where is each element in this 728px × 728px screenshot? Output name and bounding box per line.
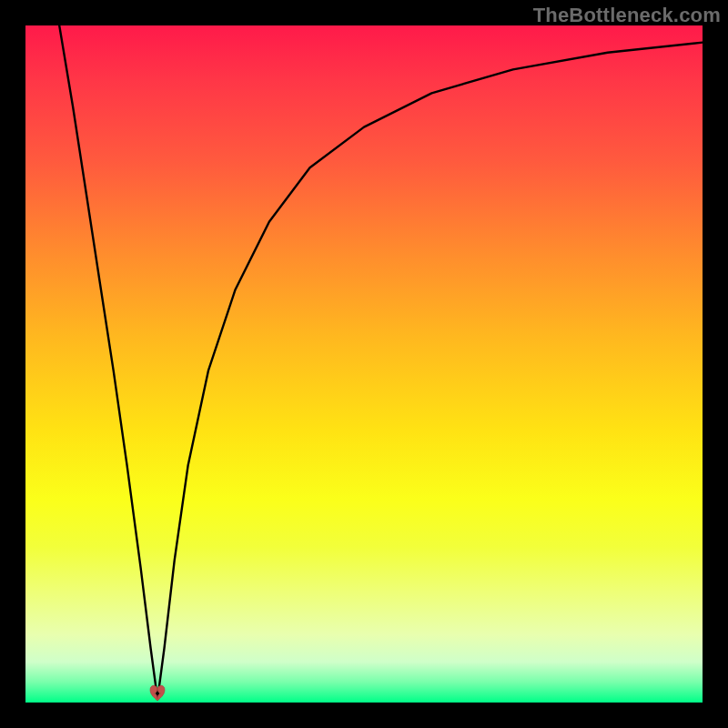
- watermark-text: TheBottleneck.com: [533, 4, 721, 27]
- plot-area: [25, 25, 703, 703]
- bottleneck-curve: [25, 25, 703, 703]
- chart-frame: TheBottleneck.com: [0, 0, 728, 728]
